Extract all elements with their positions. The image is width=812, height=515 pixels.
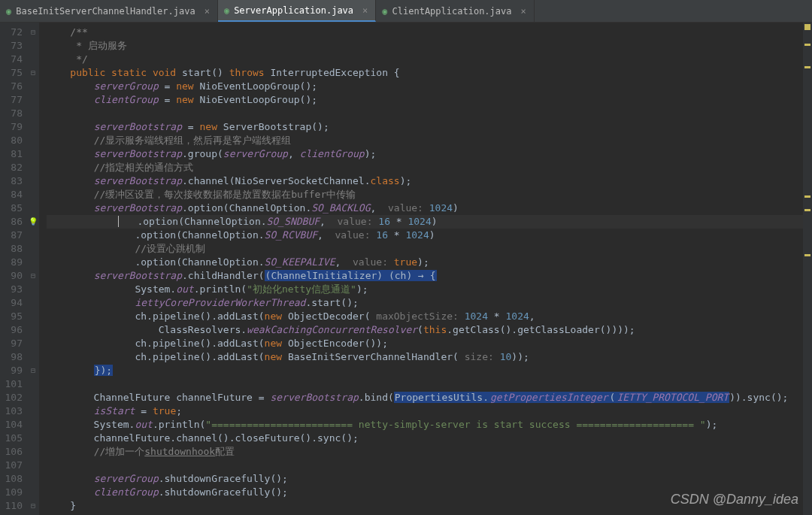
code-line[interactable]: ch.pipeline().addLast(new ObjectDecoder(… xyxy=(47,310,812,323)
line-number: 84 xyxy=(0,188,23,201)
code-line[interactable]: serverGroup = new NioEventLoopGroup(); xyxy=(47,80,812,93)
code-line[interactable]: serverBootstrap.childHandler((ChannelIni… xyxy=(47,269,812,283)
line-number: 98 xyxy=(0,350,23,364)
code-line[interactable]: serverBootstrap = new ServerBootstrap(); xyxy=(47,120,812,134)
line-number: 73 xyxy=(0,39,23,53)
warning-marker[interactable] xyxy=(804,195,810,198)
code-line[interactable]: /** xyxy=(47,26,812,39)
line-number: 99 xyxy=(0,364,23,377)
editor-tabs: ◉ BaseInitServerChannelHandler.java × ◉ … xyxy=(0,0,812,23)
java-file-icon: ◉ xyxy=(224,4,229,17)
warning-marker[interactable] xyxy=(804,44,810,46)
code-line[interactable]: .option(ChannelOption.SO_RCVBUF, value: … xyxy=(47,229,812,242)
line-number: 101 xyxy=(0,377,23,391)
code-line[interactable]: System.out.println("初始化netty信息通道"); xyxy=(47,283,812,296)
warning-marker[interactable] xyxy=(804,209,810,211)
code-line[interactable] xyxy=(47,107,812,120)
code-line[interactable]: */ xyxy=(47,53,812,66)
code-line[interactable]: //显示服务端线程组，然后再是客户端线程组 xyxy=(47,134,812,147)
line-number: 109 xyxy=(0,486,23,499)
editor-area[interactable]: 7273747576777879808182838485868788899093… xyxy=(0,23,812,515)
tab-ServerApplication[interactable]: ◉ ServerApplication.java × xyxy=(218,0,376,22)
gutter-cell xyxy=(27,161,39,174)
code-line[interactable]: .option(ChannelOption.SO_KEEPALIVE, valu… xyxy=(47,256,812,269)
gutter-cell xyxy=(27,486,39,499)
code-line[interactable]: ch.pipeline().addLast(new BaseInitServer… xyxy=(47,350,812,364)
gutter-cell xyxy=(27,134,39,147)
line-number: 110 xyxy=(0,499,23,513)
gutter-cell xyxy=(27,404,39,418)
code-line[interactable]: serverBootstrap.option(ChannelOption.SO_… xyxy=(47,201,812,215)
close-icon[interactable]: × xyxy=(205,5,210,18)
line-number: 80 xyxy=(0,134,23,147)
gutter-cell xyxy=(27,80,39,93)
tab-label: BaseInitServerChannelHandler.java xyxy=(16,5,195,18)
line-number: 72 xyxy=(0,26,23,39)
line-number: 102 xyxy=(0,391,23,404)
code-line[interactable]: public static void start() throws Interr… xyxy=(47,66,812,80)
code-line[interactable]: //设置心跳机制 xyxy=(47,242,812,256)
fold-icon[interactable]: ⊟ xyxy=(27,499,39,513)
gutter-folds: ⊟⊟⊟⊟⊟ xyxy=(27,23,39,515)
code-line[interactable]: }); xyxy=(47,364,812,377)
code-line[interactable]: //指定相关的通信方式 xyxy=(47,161,812,174)
line-number: 85 xyxy=(0,201,23,215)
code-line[interactable]: .option(ChannelOption.SO_SNDBUF, value: … xyxy=(47,215,812,229)
tab-BaseInitServerChannelHandler[interactable]: ◉ BaseInitServerChannelHandler.java × xyxy=(0,0,218,22)
fold-icon[interactable]: ⊟ xyxy=(27,26,39,39)
gutter-cell xyxy=(27,242,39,256)
code-line[interactable]: clientGroup = new NioEventLoopGroup(); xyxy=(47,93,812,107)
gutter-cell xyxy=(27,418,39,432)
code-line[interactable]: serverGroup.shutdownGracefully(); xyxy=(47,472,812,486)
line-number: 75 xyxy=(0,66,23,80)
code-line[interactable]: //增加一个shutdownhook配置 xyxy=(47,445,812,459)
code-line[interactable] xyxy=(47,377,812,391)
code-line[interactable] xyxy=(47,459,812,472)
line-number: 79 xyxy=(0,120,23,134)
code-line[interactable]: serverBootstrap.group(serverGroup, clien… xyxy=(47,147,812,161)
code-line[interactable]: } xyxy=(47,499,812,513)
analysis-indicator[interactable] xyxy=(804,24,810,30)
code-line[interactable]: isStart = true; xyxy=(47,404,812,418)
warning-marker[interactable] xyxy=(804,66,810,68)
fold-icon[interactable]: ⊟ xyxy=(27,364,39,377)
tab-ClientApplication[interactable]: ◉ ClientApplication.java × xyxy=(376,0,534,22)
code-line[interactable]: ClassResolvers.weakCachingConcurrentReso… xyxy=(47,323,812,337)
fold-icon[interactable]: ⊟ xyxy=(27,269,39,283)
code-content[interactable]: /** * 启动服务 */ public static void start()… xyxy=(39,23,812,515)
line-number: 106 xyxy=(0,445,23,459)
code-line[interactable]: System.out.println("====================… xyxy=(47,418,812,432)
code-line[interactable]: serverBootstrap.channel(NioServerSocketC… xyxy=(47,174,812,188)
line-number: 108 xyxy=(0,472,23,486)
code-line[interactable]: clientGroup.shutdownGracefully(); xyxy=(47,486,812,499)
error-stripe[interactable] xyxy=(803,23,812,515)
line-number: 86 xyxy=(0,215,23,229)
gutter-cell xyxy=(27,147,39,161)
code-line[interactable]: * 启动服务 xyxy=(47,39,812,53)
gutter-cell xyxy=(27,459,39,472)
gutter-cell xyxy=(27,350,39,364)
close-icon[interactable]: × xyxy=(521,5,526,18)
code-line[interactable]: channelFuture.channel().closeFuture().sy… xyxy=(47,432,812,445)
tab-label: ServerApplication.java xyxy=(234,4,353,17)
line-number: 96 xyxy=(0,323,23,337)
gutter-cell xyxy=(27,229,39,242)
code-line[interactable]: //缓冲区设置，每次接收数据都是放置数据在buffer中传输 xyxy=(47,188,812,201)
close-icon[interactable]: × xyxy=(362,4,368,17)
code-line[interactable]: ChannelFuture channelFuture = serverBoot… xyxy=(47,391,812,404)
gutter-cell xyxy=(27,107,39,120)
gutter-cell xyxy=(27,120,39,134)
code-line[interactable]: iettyCoreProviderWorkerThread.start(); xyxy=(47,296,812,310)
warning-marker[interactable] xyxy=(804,254,810,256)
intention-bulb-icon[interactable] xyxy=(27,215,39,229)
line-number: 77 xyxy=(0,93,23,107)
line-number: 83 xyxy=(0,174,23,188)
line-number: 94 xyxy=(0,296,23,310)
fold-icon[interactable]: ⊟ xyxy=(27,66,39,80)
line-number: 95 xyxy=(0,310,23,323)
line-number: 107 xyxy=(0,459,23,472)
line-number: 76 xyxy=(0,80,23,93)
tab-label: ClientApplication.java xyxy=(392,5,512,18)
line-number: 81 xyxy=(0,147,23,161)
code-line[interactable]: ch.pipeline().addLast(new ObjectEncoder(… xyxy=(47,337,812,350)
